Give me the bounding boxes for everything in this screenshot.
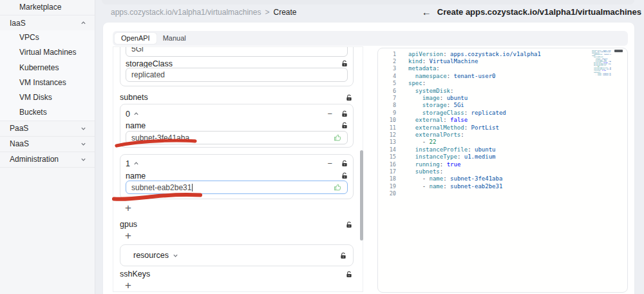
resources-card[interactable]: resources bbox=[120, 244, 354, 266]
code-line[interactable]: 16 running: true bbox=[378, 161, 627, 168]
add-gpu-button[interactable]: + bbox=[125, 230, 131, 242]
line-number: 3 bbox=[378, 65, 396, 72]
tab-openapi[interactable]: OpenAPI bbox=[115, 33, 156, 44]
sidebar-item-buckets[interactable]: Buckets bbox=[0, 105, 95, 120]
code-line[interactable]: 7 image: ubuntu bbox=[378, 94, 627, 101]
code-line[interactable]: 2kind: VirtualMachine bbox=[378, 57, 627, 64]
storage-class-value: replicated bbox=[131, 70, 342, 79]
sidebar-submenu-iaas: VPCsVirtual MachinesKubernetesVM Instanc… bbox=[0, 30, 95, 121]
breadcrumb: apps.cozystack.io/v1alpha1/virtualmachin… bbox=[111, 8, 297, 17]
storage-class-label: storageClass bbox=[126, 59, 173, 68]
remove-item-button[interactable]: − bbox=[327, 159, 332, 168]
add-sshkey-button[interactable]: + bbox=[125, 280, 131, 291]
subnet-item-1-header[interactable]: 1 − bbox=[126, 159, 348, 168]
line-number: 4 bbox=[378, 73, 396, 79]
lock-icon[interactable] bbox=[341, 122, 348, 129]
code-line[interactable]: 19 - name: subnet-eab2be31 bbox=[378, 182, 627, 190]
subnet-item-0-header[interactable]: 0 − bbox=[126, 109, 348, 119]
subnet-1-name-value: subnet-eab2be31 bbox=[131, 183, 330, 192]
sidebar-group-iaas[interactable]: IaaS bbox=[0, 15, 95, 30]
form-scroll-area[interactable]: 5Gi storageClass replicated subnets 0 bbox=[113, 46, 363, 292]
line-number: 18 bbox=[378, 175, 396, 182]
sidebar-group-label: IaaS bbox=[10, 19, 26, 28]
line-number: 9 bbox=[378, 110, 396, 116]
storage-input-value: 5Gi bbox=[131, 46, 342, 54]
back-arrow-icon[interactable]: ← bbox=[422, 7, 431, 17]
code-line[interactable]: 4 namespace: tenant-user0 bbox=[378, 72, 627, 79]
breadcrumb-path[interactable]: apps.cozystack.io/v1alpha1/virtualmachin… bbox=[111, 8, 261, 17]
code-line[interactable]: 20 bbox=[378, 190, 627, 197]
sidebar-group-administration[interactable]: Administration bbox=[0, 152, 95, 168]
lock-icon[interactable] bbox=[341, 110, 348, 117]
sidebar-item-vpcs[interactable]: VPCs bbox=[0, 30, 95, 45]
line-number: 12 bbox=[378, 132, 396, 138]
line-number: 7 bbox=[378, 95, 396, 101]
sidebar-group-label: NaaS bbox=[10, 139, 29, 148]
code-line[interactable]: 14 instanceProfile: ubuntu bbox=[378, 146, 627, 153]
subnet-1-name-input[interactable]: subnet-eab2be31 bbox=[126, 181, 348, 194]
sidebar-item-vm-disks[interactable]: VM Disks bbox=[0, 90, 95, 105]
code-line[interactable]: 17 subnets: bbox=[378, 168, 627, 175]
remove-item-button[interactable]: − bbox=[327, 110, 332, 118]
code-line[interactable]: 12 externalPorts: bbox=[378, 131, 627, 138]
minimap-slider[interactable] bbox=[614, 50, 623, 52]
code-text: instanceProfile: ubuntu bbox=[408, 146, 495, 153]
code-line[interactable]: 8 storage: 5Gi bbox=[378, 102, 627, 109]
sidebar-item-kubernetes[interactable]: Kubernetes bbox=[0, 61, 95, 75]
thumbs-up-icon[interactable] bbox=[334, 133, 342, 142]
line-number: 10 bbox=[378, 117, 396, 123]
thumbs-up-icon[interactable] bbox=[334, 183, 342, 191]
code-text: storageClass: replicated bbox=[408, 110, 506, 116]
code-line[interactable]: 11 externalMethod: PortList bbox=[378, 124, 627, 131]
lock-icon[interactable] bbox=[346, 94, 352, 101]
chevron-down-icon[interactable] bbox=[173, 253, 178, 259]
lock-icon[interactable] bbox=[341, 60, 348, 67]
chevron-up-icon[interactable] bbox=[133, 161, 139, 166]
code-line[interactable]: 1apiVersion: apps.cozystack.io/v1alpha1 bbox=[378, 50, 627, 57]
sidebar-item-marketplace[interactable]: Marketplace bbox=[0, 0, 95, 15]
code-line[interactable]: 6 systemDisk: bbox=[378, 87, 627, 94]
code-text: - 22 bbox=[408, 139, 436, 145]
tab-manual[interactable]: Manual bbox=[156, 33, 193, 44]
code-line[interactable]: 15 instanceType: u1.medium bbox=[378, 153, 627, 160]
storage-input[interactable]: 5Gi bbox=[126, 46, 348, 57]
yaml-editor[interactable]: 1apiVersion: apps.cozystack.io/v1alpha12… bbox=[377, 48, 628, 293]
code-line[interactable]: 3metadata: bbox=[378, 65, 627, 72]
code-lines: 1apiVersion: apps.cozystack.io/v1alpha12… bbox=[378, 48, 627, 197]
lock-icon[interactable] bbox=[341, 160, 348, 167]
code-line[interactable]: 5spec: bbox=[378, 80, 627, 87]
sidebar-group-paas[interactable]: PaaS bbox=[0, 121, 95, 137]
breadcrumb-current: Create bbox=[273, 8, 296, 17]
chevron-up-icon[interactable] bbox=[133, 111, 139, 117]
sidebar-item-virtual-machines[interactable]: Virtual Machines bbox=[0, 45, 95, 60]
add-subnet-button[interactable]: + bbox=[125, 202, 131, 214]
storage-class-input[interactable]: replicated bbox=[126, 68, 348, 82]
lock-icon[interactable] bbox=[341, 172, 348, 179]
line-number: 19 bbox=[378, 183, 396, 190]
code-text: externalMethod: PortList bbox=[408, 124, 499, 131]
resources-label: resources bbox=[133, 251, 169, 260]
code-line[interactable]: 18 - name: subnet-3fe41aba bbox=[378, 175, 627, 182]
gpus-label: gpus bbox=[120, 220, 137, 229]
lock-icon[interactable] bbox=[346, 271, 352, 278]
code-text: storage: 5Gi bbox=[408, 102, 464, 108]
sidebar-item-vm-instances[interactable]: VM Instances bbox=[0, 75, 95, 90]
code-line[interactable]: 13 - 22 bbox=[378, 139, 627, 146]
code-text: external: false bbox=[408, 117, 468, 123]
code-text: systemDisk: bbox=[408, 88, 453, 94]
line-number: 6 bbox=[378, 88, 396, 94]
code-line[interactable]: 10 external: false bbox=[378, 117, 627, 124]
line-number: 5 bbox=[378, 80, 396, 86]
lock-icon[interactable] bbox=[346, 221, 352, 228]
lock-icon[interactable] bbox=[340, 252, 346, 259]
sidebar-group-naas[interactable]: NaaS bbox=[0, 137, 95, 152]
form-scrollbar-thumb[interactable] bbox=[360, 150, 363, 240]
code-line[interactable]: 9 storageClass: replicated bbox=[378, 109, 627, 116]
sidebar-group-label: Administration bbox=[10, 155, 59, 164]
sidebar-group-label: PaaS bbox=[10, 124, 28, 133]
line-number: 11 bbox=[378, 124, 396, 131]
code-text: metadata: bbox=[408, 65, 440, 72]
line-number: 17 bbox=[378, 168, 396, 175]
code-text: - name: subnet-eab2be31 bbox=[408, 183, 502, 190]
subnet-0-name-input[interactable]: subnet-3fe41aba bbox=[126, 131, 348, 144]
